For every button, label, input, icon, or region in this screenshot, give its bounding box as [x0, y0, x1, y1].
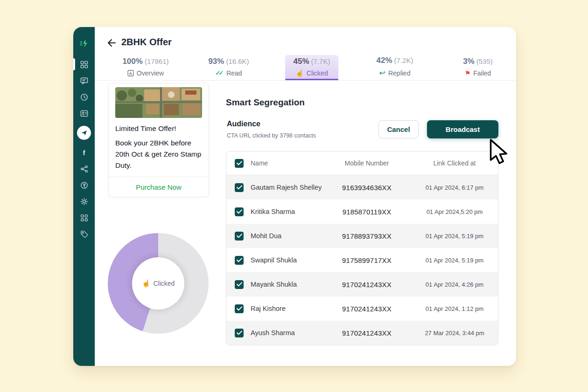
sidebar: f: [73, 27, 95, 366]
sidebar-item-broadcast-active[interactable]: [77, 126, 91, 140]
app-logo-icon: [79, 38, 89, 50]
tab-read-percent: 93%: [208, 57, 224, 66]
tab-clicked-count: (7.7K): [311, 57, 330, 65]
contact-name: Swapnil Shukla: [251, 256, 297, 264]
facebook-icon: f: [83, 149, 85, 157]
contact-name: Ayush Sharma: [251, 329, 295, 337]
contact-clicked-at: 27 Mar 2024, 3:44 pm: [411, 330, 498, 337]
row-checkbox[interactable]: [235, 207, 244, 216]
tab-replied[interactable]: 42%(7.2K) ↩ Replied: [353, 55, 436, 80]
table-row: Ayush Sharma 9170241243XX 27 Mar 2024, 3…: [226, 321, 498, 345]
contact-mobile: 9170241243XX: [322, 281, 411, 289]
broadcast-button[interactable]: Broadcast: [427, 120, 498, 138]
header-name: Name: [251, 159, 268, 167]
contact-clicked-at: 01 Apr 2024, 5:19 pm: [411, 257, 498, 264]
sidebar-item-chats[interactable]: [73, 76, 95, 85]
tab-replied-label: Replied: [388, 69, 410, 77]
page-title: 2BHK Offer: [121, 37, 172, 48]
tab-read-count: (16.6K): [226, 57, 249, 65]
table-row: Mayank Shukla 9170241243XX 01 Apr 2024, …: [226, 272, 498, 296]
tab-clicked-label: Clicked: [307, 69, 328, 77]
contact-clicked-at: 01 Apr 2024, 1:12 pm: [411, 305, 498, 312]
table-row: Gautam Rajesh Shelley 9163934636XX 01 Ap…: [226, 175, 498, 199]
contact-mobile: 9178893793XX: [322, 232, 411, 240]
tab-failed-label: Failed: [473, 69, 491, 77]
tab-overview[interactable]: 100%(17861) Overview: [104, 55, 187, 80]
tag-icon: [80, 230, 89, 239]
contact-name: Mayank Shukla: [251, 281, 297, 288]
tab-read[interactable]: 93%(16.6K) ✓✓ Read: [187, 55, 270, 80]
tab-failed[interactable]: 3%(535) ⚑ Failed: [436, 55, 519, 80]
message-headline: Limited Time Offer!: [115, 124, 202, 133]
back-arrow-button[interactable]: [106, 38, 117, 48]
contact-card-icon: [80, 109, 89, 118]
contact-mobile: 9170241243XX: [322, 329, 411, 337]
campaign-image: [115, 87, 202, 118]
contact-clicked-at: 01 Apr 2024, 6:17 pm: [411, 184, 498, 191]
share-network-icon: [80, 165, 89, 173]
sidebar-item-dashboard[interactable]: [73, 60, 95, 69]
contact-name: Gautam Rajesh Shelley: [251, 184, 322, 191]
row-checkbox[interactable]: [235, 232, 244, 241]
contact-name: Raj Kishore: [251, 305, 286, 312]
select-all-checkbox[interactable]: [235, 159, 244, 168]
apps-grid-icon: [80, 213, 89, 222]
donut-label-text: Clicked: [153, 280, 175, 287]
chat-icon: [80, 76, 89, 85]
cancel-button[interactable]: Cancel: [378, 120, 419, 138]
table-row: Raj Kishore 9170241243XX 01 Apr 2024, 1:…: [226, 296, 498, 321]
history-clock-icon: [80, 93, 89, 102]
header-mobile: Mobile Number: [322, 159, 411, 167]
message-body: Book your 2BHK before 20th Oct & get Zer…: [115, 138, 202, 171]
donut-center-label: ☝ Clicked: [132, 257, 184, 309]
row-checkbox[interactable]: [235, 280, 244, 289]
contact-mobile: 9185870119XX: [322, 208, 411, 216]
contact-clicked-at: 01 Apr 2024,5:20 pm: [411, 208, 498, 215]
tab-replied-percent: 42%: [377, 56, 392, 65]
main-area: 2BHK Offer 100%(17861) Overview: [95, 27, 516, 366]
sidebar-item-history[interactable]: [73, 92, 95, 102]
contact-name: Kritika Sharma: [251, 208, 295, 215]
stats-tabs: 100%(17861) Overview 93%(16.6K): [104, 55, 519, 80]
sidebar-item-tags[interactable]: [73, 229, 95, 239]
contact-mobile: 9175899717XX: [322, 256, 411, 264]
overview-icon: [127, 70, 134, 76]
table-row: Mohit Dua 9178893793XX 01 Apr 2024, 5:19…: [226, 224, 498, 248]
tab-overview-percent: 100%: [122, 57, 142, 66]
row-checkbox[interactable]: [235, 256, 244, 265]
reply-arrow-icon: ↩: [379, 69, 385, 77]
table-row: Kritika Sharma 9185870119XX 01 Apr 2024,…: [226, 199, 498, 224]
table-header-row: Name Mobile Number Link Clicked at: [226, 151, 498, 175]
sidebar-item-apps[interactable]: [73, 213, 95, 222]
sidebar-item-contacts[interactable]: [73, 109, 95, 118]
contact-clicked-at: 01 Apr 2024, 4:26 pm: [411, 281, 498, 288]
sidebar-item-settings[interactable]: [73, 197, 95, 206]
send-plane-icon: [80, 129, 88, 137]
header-divider: [95, 80, 516, 81]
purchase-now-button[interactable]: Purchase Now: [115, 177, 202, 197]
pointing-finger-icon: ☝: [295, 69, 303, 77]
clicked-donut: ☝ Clicked: [108, 233, 209, 334]
sidebar-item-facebook[interactable]: f: [73, 148, 95, 157]
contact-mobile: 9163934636XX: [322, 184, 411, 192]
sidebar-item-integrations[interactable]: [73, 164, 95, 173]
sidebar-item-payments[interactable]: [73, 180, 95, 190]
contact-name: Mohit Dua: [251, 232, 281, 240]
tab-clicked[interactable]: 45%(7.7K) ☝ Clicked: [270, 55, 353, 80]
gear-icon: [80, 197, 89, 206]
row-checkbox[interactable]: [235, 304, 244, 313]
rupee-circle-icon: [80, 181, 89, 190]
table-row: Swapnil Shukla 9175899717XX 01 Apr 2024,…: [226, 248, 498, 272]
tab-overview-count: (17861): [145, 57, 169, 65]
pointing-finger-icon: ☝: [142, 279, 151, 288]
row-checkbox[interactable]: [235, 329, 244, 337]
row-checkbox[interactable]: [235, 183, 244, 192]
tab-overview-label: Overview: [137, 69, 164, 77]
tab-replied-count: (7.2K): [394, 56, 413, 64]
dashboard-grid-icon: [80, 60, 89, 69]
tab-read-label: Read: [226, 69, 242, 77]
message-preview-card: Limited Time Offer! Book your 2BHK befor…: [108, 83, 209, 197]
tab-failed-count: (535): [476, 57, 493, 65]
tab-clicked-percent: 45%: [294, 57, 309, 66]
contact-clicked-at: 01 Apr 2024, 5:19 pm: [411, 233, 498, 240]
